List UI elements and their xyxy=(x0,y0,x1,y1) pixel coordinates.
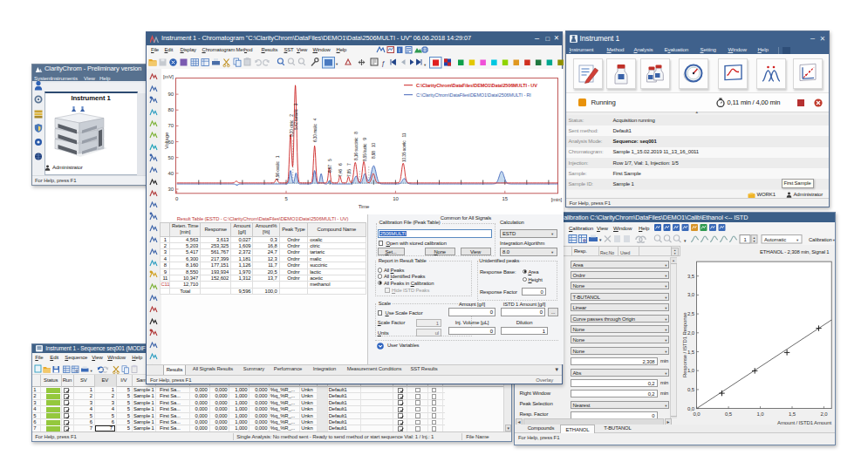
svg-text:▾: ▾ xyxy=(754,239,755,243)
svg-text:ETHANOL - 2,308 min, Signal 1: ETHANOL - 2,308 min, Signal 1 xyxy=(760,249,830,255)
svg-text:Time: Time xyxy=(359,204,370,209)
svg-text:40: 40 xyxy=(168,171,174,176)
svg-text:0,0: 0,0 xyxy=(694,411,701,417)
svg-text:[min]: [min] xyxy=(551,197,563,202)
svg-text:3,0: 3,0 xyxy=(687,292,695,297)
svg-text:10,35 acetic11: 10,35 acetic11 xyxy=(402,132,407,162)
svg-text:1,5: 1,5 xyxy=(687,349,695,354)
svg-text:90: 90 xyxy=(168,92,174,97)
svg-text:1,5: 1,5 xyxy=(789,411,796,417)
svg-text:Automatic: Automatic xyxy=(764,236,786,241)
svg-text:i: i xyxy=(399,47,400,53)
svg-text:▾: ▾ xyxy=(684,237,687,242)
svg-text:2,5: 2,5 xyxy=(687,311,695,316)
svg-text:Calibration: Calibration xyxy=(809,236,832,241)
svg-text:0: 0 xyxy=(175,196,179,201)
svg-text:▾: ▾ xyxy=(91,368,93,372)
svg-text:[mV]: [mV] xyxy=(163,74,174,79)
svg-text:C:\ClarityChrom\DataFiles\DEMO: C:\ClarityChrom\DataFiles\DEMO1\Data\250… xyxy=(416,83,537,88)
svg-text:60: 60 xyxy=(168,139,174,145)
svg-text:3,5: 3,5 xyxy=(687,273,695,278)
svg-text:2,0: 2,0 xyxy=(687,330,695,335)
svg-text:0,0: 0,0 xyxy=(687,405,695,411)
svg-text:70: 70 xyxy=(168,123,174,128)
svg-text:ƒ: ƒ xyxy=(381,59,385,67)
svg-text:1,0: 1,0 xyxy=(687,368,695,373)
svg-text:▾: ▾ xyxy=(336,62,338,66)
svg-text:6,975: 6,975 xyxy=(328,159,332,173)
svg-text:7,857: 7,857 xyxy=(347,163,352,177)
svg-text:10: 10 xyxy=(393,196,399,201)
svg-text:7,466: 7,466 xyxy=(338,163,343,177)
svg-text:1,0: 1,0 xyxy=(757,411,765,417)
svg-text:▾: ▾ xyxy=(424,62,427,66)
svg-text:15: 15 xyxy=(502,196,509,201)
svg-text:30: 30 xyxy=(168,187,174,192)
svg-text:0,5: 0,5 xyxy=(725,411,733,417)
svg-text:5,20 citric2: 5,20 citric2 xyxy=(290,114,294,137)
svg-text:5: 5 xyxy=(284,196,288,201)
svg-text:2,0: 2,0 xyxy=(820,411,828,417)
svg-text:▾: ▾ xyxy=(599,237,602,242)
svg-text:C:\ClarityChrom\DataFiles\DEMO: C:\ClarityChrom\DataFiles\DEMO1\Data\250… xyxy=(416,92,531,98)
svg-text:50: 50 xyxy=(168,155,174,160)
svg-text:0,5: 0,5 xyxy=(687,386,695,391)
svg-text:▾: ▾ xyxy=(833,237,836,241)
svg-text:80: 80 xyxy=(168,107,174,112)
